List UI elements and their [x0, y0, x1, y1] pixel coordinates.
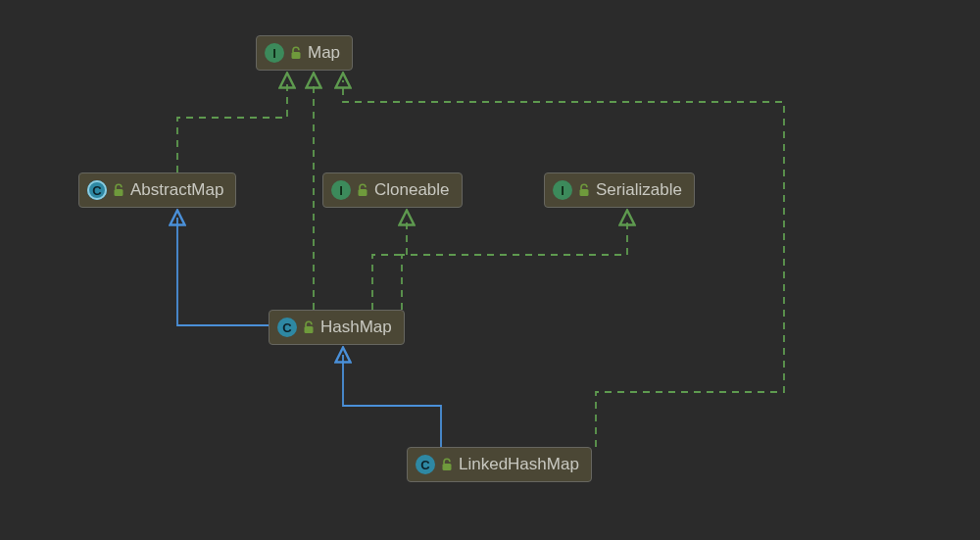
lock-icon [441, 458, 453, 471]
edge-linkedhashmap-map [343, 80, 784, 447]
node-label: HashMap [320, 318, 392, 337]
node-label: AbstractMap [130, 180, 223, 200]
svg-rect-0 [292, 52, 301, 59]
lock-icon [303, 320, 315, 334]
interface-icon: I [331, 180, 351, 200]
edge-abstractmap-map [177, 80, 287, 172]
node-serializable[interactable]: I Serializable [544, 172, 695, 208]
interface-icon: I [553, 180, 572, 200]
class-icon: C [277, 318, 297, 337]
svg-rect-3 [580, 189, 589, 196]
svg-rect-4 [305, 326, 314, 333]
node-cloneable[interactable]: I Cloneable [322, 172, 463, 208]
node-label: Serializable [596, 180, 682, 200]
node-label: Map [308, 43, 340, 63]
interface-icon: I [265, 43, 284, 63]
lock-icon [578, 183, 590, 197]
lock-icon [357, 183, 368, 197]
edge-hashmap-serializable [402, 218, 627, 310]
svg-rect-2 [359, 189, 368, 196]
node-label: Cloneable [374, 180, 450, 200]
node-label: LinkedHashMap [459, 455, 579, 474]
abstract-class-icon: C [87, 180, 107, 200]
edge-hashmap-cloneable [372, 218, 407, 310]
class-icon: C [416, 455, 435, 474]
edge-linkedhashmap-hashmap [343, 355, 441, 447]
node-linkedhashmap[interactable]: C LinkedHashMap [407, 447, 592, 482]
lock-icon [290, 46, 302, 60]
node-abstractmap[interactable]: C AbstractMap [78, 172, 236, 208]
svg-rect-1 [115, 189, 123, 196]
node-map[interactable]: I Map [256, 35, 353, 71]
svg-rect-5 [443, 464, 452, 470]
edge-hashmap-abstractmap [177, 218, 285, 325]
diagram-canvas: I Map C AbstractMap I Cloneable I Serial… [0, 0, 980, 540]
lock-icon [113, 183, 124, 197]
node-hashmap[interactable]: C HashMap [269, 310, 405, 345]
